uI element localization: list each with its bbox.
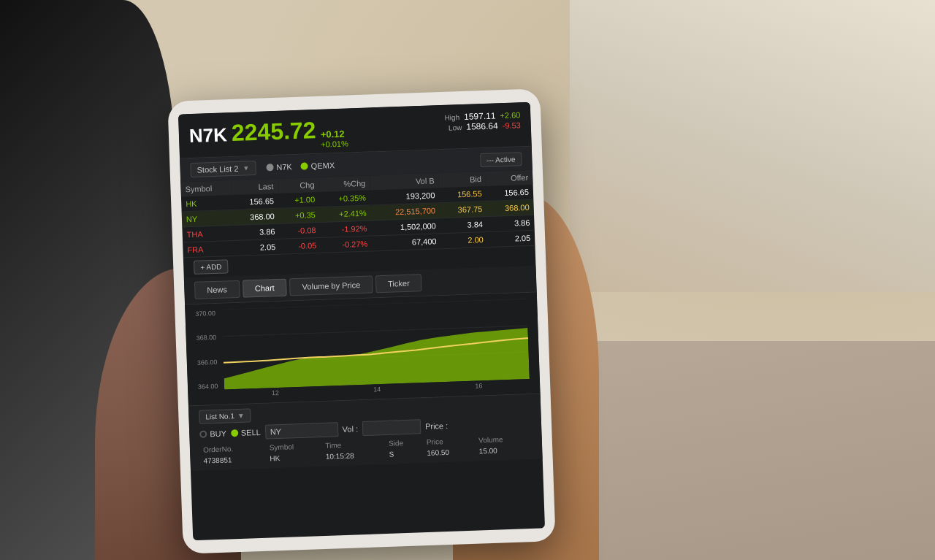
- bg-right-light: [570, 0, 935, 292]
- ticker-symbol: N7K: [188, 123, 227, 147]
- change-pct: +0.01%: [321, 139, 348, 148]
- sell-label: SELL: [241, 428, 261, 437]
- high-change: +2.60: [500, 110, 520, 120]
- order-symbol: HK: [267, 451, 323, 464]
- col-last: Last: [231, 179, 278, 195]
- tablet: N7K 2245.72 +0.12 +0.01% High 1597.11 +2…: [167, 88, 555, 553]
- radio-dot-n7k: [266, 164, 273, 171]
- row-hk-last: 156.65: [231, 193, 278, 210]
- row-ny-chg: +0.35: [278, 207, 320, 223]
- col-chg: Chg: [278, 177, 319, 193]
- ticker-price: 2245.72: [231, 117, 316, 147]
- row-hk-offer: 156.65: [486, 185, 533, 202]
- radio-n7k-label: N7K: [276, 162, 292, 172]
- ticker-change: +0.12 +0.01%: [320, 128, 348, 148]
- row-hk-symbol: HK: [181, 195, 232, 212]
- col-pchg: %Chg: [318, 175, 370, 191]
- order-time: 10:15:28: [323, 449, 386, 462]
- index-radio-group: N7K QEMX: [266, 161, 335, 172]
- col-bid: Bid: [438, 172, 486, 188]
- active-button[interactable]: --- Active: [480, 152, 522, 167]
- row-hk-pchg: +0.35%: [319, 190, 371, 207]
- sell-radio-dot: [231, 429, 238, 437]
- y-label-1: 370.00: [195, 310, 218, 318]
- dropdown-arrow-icon: ▼: [243, 164, 249, 172]
- list-dropdown-arrow-icon: ▼: [237, 412, 245, 420]
- buy-label: BUY: [210, 429, 226, 439]
- order-price: 160.50: [424, 446, 476, 459]
- radio-dot-qemx: [301, 162, 308, 169]
- row-tha-offer: 3.86: [487, 215, 535, 231]
- add-button[interactable]: + ADD: [194, 259, 229, 275]
- col-offer: Offer: [486, 170, 533, 186]
- low-value: 1586.64: [466, 120, 498, 132]
- row-ny-symbol: NY: [182, 210, 232, 227]
- tab-volume-by-price[interactable]: Volume by Price: [289, 275, 373, 296]
- radio-qemx[interactable]: QEMX: [301, 161, 335, 171]
- buy-radio-dot: [199, 430, 207, 437]
- sell-radio[interactable]: SELL: [231, 428, 261, 437]
- order-no: 4738851: [200, 453, 267, 467]
- symbol-input[interactable]: [264, 422, 338, 439]
- high-item: High 1597.11 +2.60 Low 1586.64 -9.53: [444, 110, 521, 133]
- ticker-high-low: High 1597.11 +2.60 Low 1586.64 -9.53: [444, 110, 521, 133]
- row-tha-last: 3.86: [232, 223, 280, 240]
- row-ny-pchg: +2.41%: [319, 205, 371, 222]
- row-ny-bid: 367.75: [440, 201, 487, 218]
- row-fra-symbol: FRA: [183, 241, 233, 258]
- stock-list-dropdown[interactable]: Stock List 2 ▼: [190, 161, 256, 177]
- tab-news[interactable]: News: [194, 280, 240, 299]
- row-fra-offer: 2.05: [487, 230, 535, 247]
- row-tha-chg: -0.08: [279, 222, 321, 239]
- low-change: -9.53: [502, 120, 520, 130]
- y-label-4: 364.00: [198, 383, 221, 391]
- low-label: Low: [449, 123, 462, 132]
- col-symbol: Symbol: [180, 180, 231, 196]
- tab-chart[interactable]: Chart: [242, 279, 287, 298]
- x-label-2: 14: [373, 386, 381, 393]
- order-side: S: [386, 448, 424, 460]
- tablet-screen: N7K 2245.72 +0.12 +0.01% High 1597.11 +2…: [178, 102, 545, 540]
- radio-qemx-label: QEMX: [311, 161, 335, 170]
- vol-label: Vol :: [342, 424, 358, 434]
- row-tha-bid: 3.84: [440, 216, 487, 233]
- vol-input[interactable]: [362, 419, 421, 436]
- tab-ticker[interactable]: Ticker: [375, 274, 422, 293]
- order-volume: 15.00: [476, 444, 532, 457]
- buy-radio[interactable]: BUY: [199, 429, 226, 439]
- x-label-3: 16: [475, 382, 482, 389]
- row-hk-chg: +1.00: [278, 192, 320, 208]
- row-fra-bid: 2.00: [440, 231, 488, 248]
- row-tha-pchg: -1.92%: [320, 220, 372, 237]
- y-label-3: 366.00: [197, 358, 221, 366]
- high-label: High: [444, 113, 459, 122]
- dropdown-label: Stock List 2: [196, 164, 238, 174]
- change-abs: +0.12: [320, 128, 348, 139]
- row-hk-bid: 156.55: [439, 186, 486, 203]
- row-ny-offer: 368.00: [486, 199, 534, 216]
- row-tha-symbol: THA: [182, 226, 232, 242]
- row-fra-last: 2.05: [233, 239, 280, 256]
- radio-n7k[interactable]: N7K: [266, 162, 292, 172]
- chart-area: 370.00 368.00 366.00 364.00: [185, 293, 541, 406]
- bottom-form: List No.1 ▼ BUY SELL Vol : Price :: [188, 394, 543, 472]
- row-fra-volb: 67,400: [372, 234, 441, 251]
- high-value: 1597.11: [464, 110, 496, 122]
- y-label-2: 368.00: [196, 334, 219, 342]
- price-label: Price :: [425, 421, 449, 431]
- stock-table: Symbol Last Chg %Chg Vol B Bid Offer HK …: [180, 170, 535, 258]
- x-label-1: 12: [272, 389, 279, 396]
- row-fra-chg: -0.05: [280, 237, 321, 254]
- row-ny-last: 368.00: [232, 208, 279, 225]
- chart-svg: [221, 299, 530, 390]
- list-no-dropdown[interactable]: List No.1 ▼: [199, 408, 251, 423]
- chart-fill: [223, 328, 530, 390]
- list-label: List No.1: [205, 412, 234, 421]
- row-fra-pchg: -0.27%: [321, 236, 373, 253]
